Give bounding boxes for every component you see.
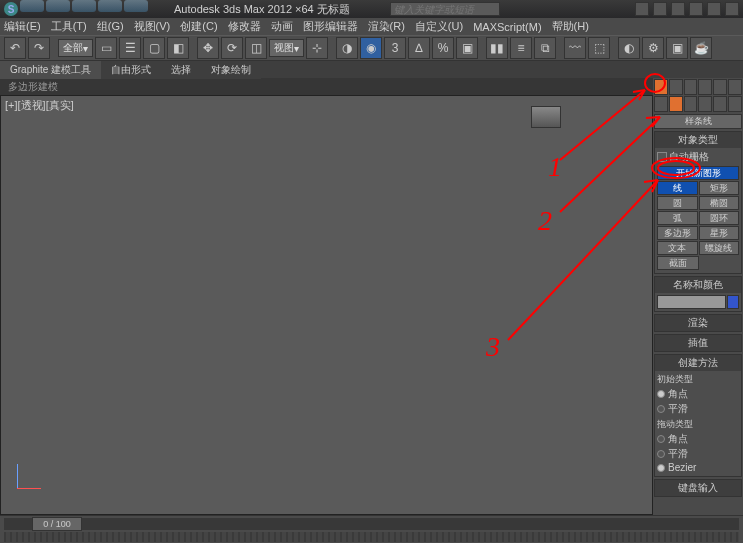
mat-editor-icon[interactable]: ◐ bbox=[618, 37, 640, 59]
main-toolbar: ↶ ↷ 全部 ▾ ▭ ☰ ▢ ◧ ✥ ⟳ ◫ 视图 ▾ ⊹ ◑ ◉ 3 ∆ % … bbox=[0, 35, 743, 61]
viewcube-icon[interactable] bbox=[531, 106, 561, 128]
drag-bezier-radio[interactable]: Bezier bbox=[657, 462, 739, 473]
ribbon-sub-label[interactable]: 多边形建模 bbox=[8, 80, 58, 94]
named-sel-icon[interactable]: ▣ bbox=[456, 37, 478, 59]
rollout-interp[interactable]: 插值 bbox=[654, 334, 742, 352]
render-icon[interactable]: ☕ bbox=[690, 37, 712, 59]
display-tab-icon[interactable] bbox=[713, 79, 727, 95]
ribbon-tab-selection[interactable]: 选择 bbox=[161, 61, 201, 79]
ellipse-button[interactable]: 椭圆 bbox=[699, 196, 740, 210]
section-button[interactable]: 截面 bbox=[657, 256, 699, 270]
window-crossing-icon[interactable]: ◧ bbox=[167, 37, 189, 59]
rotate-icon[interactable]: ⟳ bbox=[221, 37, 243, 59]
initial-corner-radio[interactable]: 角点 bbox=[657, 387, 739, 401]
percent-snap-icon[interactable]: ∆ bbox=[408, 37, 430, 59]
circle-button[interactable]: 圆 bbox=[657, 196, 698, 210]
motion-tab-icon[interactable] bbox=[698, 79, 712, 95]
sign-in-icon[interactable] bbox=[635, 2, 649, 16]
helpers-subtab-icon[interactable] bbox=[713, 96, 727, 112]
star-icon[interactable] bbox=[653, 2, 667, 16]
mirror-icon[interactable]: ▮▮ bbox=[486, 37, 508, 59]
search-input[interactable] bbox=[390, 2, 500, 16]
drag-smooth-radio[interactable]: 平滑 bbox=[657, 447, 739, 461]
spinner-snap-icon[interactable]: % bbox=[432, 37, 454, 59]
menu-modifiers[interactable]: 修改器 bbox=[228, 19, 261, 34]
line-button[interactable]: 线 bbox=[657, 181, 698, 195]
menu-customize[interactable]: 自定义(U) bbox=[415, 19, 463, 34]
menu-create[interactable]: 创建(C) bbox=[180, 19, 217, 34]
cameras-subtab-icon[interactable] bbox=[698, 96, 712, 112]
help-icon[interactable] bbox=[671, 2, 685, 16]
star-button[interactable]: 星形 bbox=[699, 226, 740, 240]
menu-bar: 编辑(E) 工具(T) 组(G) 视图(V) 创建(C) 修改器 动画 图形编辑… bbox=[0, 18, 743, 35]
scale-icon[interactable]: ◫ bbox=[245, 37, 267, 59]
ribbon-tab-freeform[interactable]: 自由形式 bbox=[101, 61, 161, 79]
menu-animation[interactable]: 动画 bbox=[271, 19, 293, 34]
autogrid-checkbox[interactable]: 自动栅格 bbox=[657, 150, 739, 164]
name-color-header[interactable]: 名称和颜色 bbox=[655, 277, 741, 293]
close-icon[interactable] bbox=[725, 2, 739, 16]
render-setup-icon[interactable]: ⚙ bbox=[642, 37, 664, 59]
align-icon[interactable]: ≡ bbox=[510, 37, 532, 59]
selection-filter[interactable]: 全部 ▾ bbox=[58, 39, 93, 57]
max-icon[interactable] bbox=[707, 2, 721, 16]
utilities-tab-icon[interactable] bbox=[728, 79, 742, 95]
drag-type-label: 拖动类型 bbox=[657, 418, 739, 431]
donut-button[interactable]: 圆环 bbox=[699, 211, 740, 225]
create-tab-icon[interactable] bbox=[654, 79, 668, 95]
rollout-keyboard[interactable]: 键盘输入 bbox=[654, 479, 742, 497]
polygon-button[interactable]: 多边形 bbox=[657, 226, 698, 240]
time-slider[interactable]: 0 / 100 bbox=[4, 518, 739, 530]
shapes-subtab-icon[interactable] bbox=[669, 96, 683, 112]
object-type-header[interactable]: 对象类型 bbox=[655, 132, 741, 148]
category-dropdown[interactable]: 样条线 bbox=[654, 114, 742, 129]
viewport[interactable]: [+][透视][真实] bbox=[0, 95, 653, 515]
curve-editor-icon[interactable]: 〰 bbox=[564, 37, 586, 59]
arc-button[interactable]: 弧 bbox=[657, 211, 698, 225]
ref-coord-dropdown[interactable]: 视图 ▾ bbox=[269, 39, 304, 57]
pivot-icon[interactable]: ⊹ bbox=[306, 37, 328, 59]
min-icon[interactable] bbox=[689, 2, 703, 16]
modify-tab-icon[interactable] bbox=[669, 79, 683, 95]
time-track[interactable] bbox=[4, 532, 739, 542]
geometry-subtab-icon[interactable] bbox=[654, 96, 668, 112]
text-button[interactable]: 文本 bbox=[657, 241, 698, 255]
initial-smooth-radio[interactable]: 平滑 bbox=[657, 402, 739, 416]
undo-icon[interactable]: ↶ bbox=[4, 37, 26, 59]
render-frame-icon[interactable]: ▣ bbox=[666, 37, 688, 59]
layer-icon[interactable]: ⧉ bbox=[534, 37, 556, 59]
angle-snap-icon[interactable]: 3 bbox=[384, 37, 406, 59]
helix-button[interactable]: 螺旋线 bbox=[699, 241, 740, 255]
snap-3d-icon[interactable]: ◉ bbox=[360, 37, 382, 59]
spacewarps-subtab-icon[interactable] bbox=[728, 96, 742, 112]
viewport-label[interactable]: [+][透视][真实] bbox=[5, 98, 74, 113]
ribbon-tab-graphite[interactable]: Graphite 建模工具 bbox=[0, 61, 101, 79]
menu-grapheditors[interactable]: 图形编辑器 bbox=[303, 19, 358, 34]
ribbon-tab-objpaint[interactable]: 对象绘制 bbox=[201, 61, 261, 79]
menu-group[interactable]: 组(G) bbox=[97, 19, 124, 34]
move-icon[interactable]: ✥ bbox=[197, 37, 219, 59]
menu-view[interactable]: 视图(V) bbox=[134, 19, 171, 34]
select-region-icon[interactable]: ▢ bbox=[143, 37, 165, 59]
redo-icon[interactable]: ↷ bbox=[28, 37, 50, 59]
time-slider-thumb[interactable]: 0 / 100 bbox=[32, 517, 82, 531]
drag-corner-radio[interactable]: 角点 bbox=[657, 432, 739, 446]
hierarchy-tab-icon[interactable] bbox=[684, 79, 698, 95]
color-swatch[interactable] bbox=[727, 295, 739, 309]
menu-tools[interactable]: 工具(T) bbox=[51, 19, 87, 34]
menu-maxscript[interactable]: MAXScript(M) bbox=[473, 21, 541, 33]
menu-edit[interactable]: 编辑(E) bbox=[4, 19, 41, 34]
rectangle-button[interactable]: 矩形 bbox=[699, 181, 740, 195]
rollout-render[interactable]: 渲染 bbox=[654, 314, 742, 332]
decor-clouds bbox=[20, 0, 220, 16]
lights-subtab-icon[interactable] bbox=[684, 96, 698, 112]
select-icon[interactable]: ▭ bbox=[95, 37, 117, 59]
create-method-header[interactable]: 创建方法 bbox=[655, 355, 741, 371]
start-new-shape-checkbox[interactable]: 开始新图形 bbox=[657, 166, 739, 180]
snap-toggle-icon[interactable]: ◑ bbox=[336, 37, 358, 59]
select-name-icon[interactable]: ☰ bbox=[119, 37, 141, 59]
object-name-input[interactable] bbox=[657, 295, 726, 309]
menu-render[interactable]: 渲染(R) bbox=[368, 19, 405, 34]
menu-help[interactable]: 帮助(H) bbox=[552, 19, 589, 34]
schematic-icon[interactable]: ⬚ bbox=[588, 37, 610, 59]
